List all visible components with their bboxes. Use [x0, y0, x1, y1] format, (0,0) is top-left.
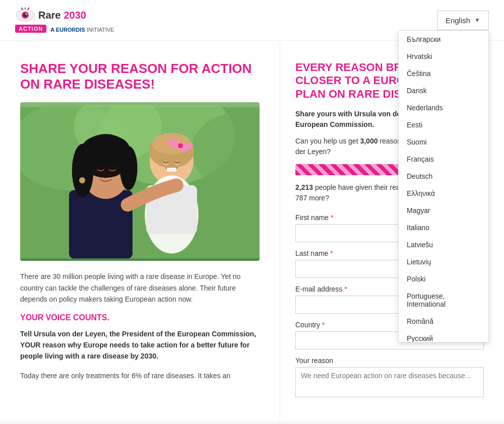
- your-voice-label: YOUR VOICE COUNTS.: [20, 313, 260, 322]
- required-marker-2: *: [330, 249, 333, 257]
- required-marker-3: *: [344, 285, 347, 293]
- main-heading: SHARE YOUR REASON FOR ACTION ON RARE DIS…: [20, 61, 260, 92]
- required-marker-4: *: [322, 321, 325, 329]
- chevron-down-icon: ▼: [474, 17, 480, 24]
- action-badge: ACTION: [15, 25, 46, 33]
- language-option[interactable]: Deutsch: [399, 168, 488, 185]
- reason-label: Your reason: [295, 357, 484, 365]
- svg-point-7: [25, 8, 26, 9]
- hero-illustration: [20, 105, 260, 261]
- current-count: 2,213: [295, 183, 313, 191]
- site-header: Rare 2030 ACTION A EURORDIS INITIATIVE E…: [0, 0, 504, 41]
- bold-paragraph: Tell Ursula von der Leyen, the President…: [20, 328, 260, 362]
- language-option[interactable]: Italiano: [399, 219, 488, 236]
- language-option[interactable]: Română: [399, 313, 488, 330]
- body-paragraph-1: There are 30 million people living with …: [20, 271, 260, 305]
- language-button-label: English: [446, 16, 470, 25]
- required-marker: *: [331, 214, 333, 222]
- left-column: SHARE YOUR REASON FOR ACTION ON RARE DIS…: [0, 41, 280, 421]
- logo-year-text: 2030: [64, 10, 86, 21]
- language-option[interactable]: Lietuvių: [399, 253, 488, 270]
- language-selector[interactable]: English ▼ БългарскиHrvatskiČeštinaDanskN…: [437, 11, 489, 30]
- language-option[interactable]: Eesti: [399, 116, 488, 133]
- language-option[interactable]: Magyar: [399, 202, 488, 219]
- language-option[interactable]: Suomi: [399, 133, 488, 151]
- svg-point-20: [178, 144, 183, 149]
- reason-textarea[interactable]: [295, 367, 484, 397]
- language-option[interactable]: Portuguese, International: [399, 288, 488, 313]
- language-option[interactable]: Français: [399, 151, 488, 168]
- language-dropdown: БългарскиHrvatskiČeštinaDanskNederlandsE…: [398, 30, 489, 342]
- body-paragraph-2: Today there are only treatments for 6% o…: [20, 370, 260, 381]
- language-option[interactable]: Nederlands: [399, 99, 488, 116]
- reason-group: Your reason: [295, 357, 484, 399]
- language-option[interactable]: Dansk: [399, 82, 488, 99]
- language-option[interactable]: Čeština: [399, 65, 488, 82]
- reason-textarea-wrapper: [295, 367, 484, 399]
- svg-point-31: [120, 147, 138, 190]
- svg-point-30: [72, 144, 94, 198]
- logo-area: Rare 2030 ACTION A EURORDIS INITIATIVE: [15, 8, 114, 33]
- hero-image: [20, 102, 260, 261]
- logo-top: Rare 2030: [15, 8, 86, 23]
- logo-rare-text: Rare: [38, 10, 60, 21]
- eurordis-label: A EURORDIS INITIATIVE: [50, 27, 114, 33]
- language-option[interactable]: Ελληνικά: [399, 185, 488, 202]
- language-button[interactable]: English ▼: [437, 11, 489, 30]
- svg-point-3: [26, 14, 27, 15]
- rare2030-logo-icon: [15, 8, 35, 23]
- language-option[interactable]: Hrvatski: [399, 48, 488, 65]
- svg-point-32: [79, 178, 85, 184]
- language-option[interactable]: Latviešu: [399, 236, 488, 253]
- language-option[interactable]: Русский: [399, 330, 488, 342]
- language-option[interactable]: Polski: [399, 270, 488, 288]
- target-count: 3,000: [360, 137, 377, 145]
- language-option[interactable]: Български: [399, 31, 488, 48]
- svg-rect-23: [167, 168, 176, 172]
